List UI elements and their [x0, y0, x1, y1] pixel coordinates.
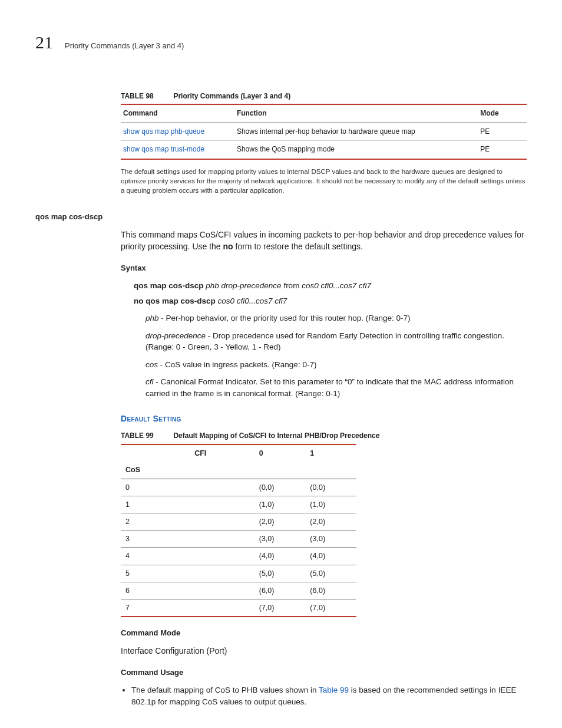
page-header: 21 Priority Commands (Layer 3 and 4) — [35, 29, 527, 55]
syntax-line-2: no qos map cos-dscp cos0 cfi0...cos7 cfi… — [134, 295, 527, 307]
section-description: This command maps CoS/CFI values in inco… — [121, 229, 527, 253]
command-usage-list: The default mapping of CoS to PHB values… — [121, 684, 527, 707]
hdr-c0: 0 — [254, 444, 306, 462]
command-mode-heading: Command Mode — [121, 628, 527, 639]
command-usage-heading: Command Usage — [121, 667, 527, 678]
table-row: 1(1,0)(1,0) — [121, 496, 356, 513]
usage-bullet: The default mapping of CoS to PHB values… — [131, 684, 527, 707]
hdr-cos: CoS — [121, 462, 171, 479]
table-row: 5(5,0)(5,0) — [121, 565, 356, 582]
hdr-c1: 1 — [305, 444, 356, 462]
default-note: The default settings used for mapping pr… — [121, 167, 527, 195]
chapter-title: Priority Commands (Layer 3 and 4) — [65, 41, 184, 52]
table99-label: TABLE 99 — [121, 431, 154, 440]
table-row: show qos map phb-queue Shows internal pe… — [121, 123, 527, 140]
param-cfi: cfi - Canonical Format Indicator. Set to… — [146, 376, 527, 399]
th-command: Command — [121, 104, 234, 123]
table99-caption: TABLE 99 Default Mapping of CoS/CFI to I… — [121, 430, 527, 442]
th-function: Function — [234, 104, 478, 123]
table-row: 3(3,0)(3,0) — [121, 531, 356, 548]
param-drop-precedence: drop-precedence - Drop precedence used f… — [146, 330, 527, 353]
table98-label: TABLE 98 — [121, 92, 154, 100]
cmd-link[interactable]: show qos map phb-queue — [123, 127, 204, 136]
default-setting-heading: Default Setting — [121, 413, 527, 424]
table-row: 2(2,0)(2,0) — [121, 513, 356, 531]
syntax-line-1: qos map cos-dscp phb drop-precedence fro… — [134, 280, 527, 292]
table98-caption: TABLE 98 Priority Commands (Layer 3 and … — [121, 91, 527, 102]
table99-title: Default Mapping of CoS/CFI to Internal P… — [173, 431, 379, 440]
table98: Command Function Mode show qos map phb-q… — [121, 104, 527, 159]
cmd-func: Shows internal per-hop behavior to hardw… — [234, 123, 478, 140]
table-row: 0(0,0)(0,0) — [121, 479, 356, 496]
command-mode-text: Interface Configuration (Port) — [121, 645, 527, 657]
chapter-number: 21 — [35, 29, 53, 55]
cmd-link[interactable]: show qos map trust-mode — [123, 145, 204, 153]
table99-link[interactable]: Table 99 — [319, 686, 349, 694]
section-heading-qos-map-cos-dscp: qos map cos-dscp — [35, 212, 527, 223]
table99: CFI 0 1 CoS 0(0,0)(0,0)1(1,0)(1,0)2(2,0)… — [121, 444, 356, 617]
cmd-mode: PE — [478, 141, 527, 159]
cmd-func: Shows the QoS mapping mode — [234, 141, 478, 159]
cmd-mode: PE — [478, 123, 527, 140]
param-phb: phb - Per-hop behavior, or the priority … — [146, 312, 527, 324]
content-area: TABLE 98 Priority Commands (Layer 3 and … — [121, 91, 527, 195]
table-row: show qos map trust-mode Shows the QoS ma… — [121, 141, 527, 159]
table-row: 6(6,0)(6,0) — [121, 582, 356, 599]
table-row: 4(4,0)(4,0) — [121, 548, 356, 565]
syntax-heading: Syntax — [121, 263, 527, 274]
hdr-cfi: CFI — [171, 444, 254, 462]
table-row: 7(7,0)(7,0) — [121, 599, 356, 617]
param-cos: cos - CoS value in ingress packets. (Ran… — [146, 359, 527, 371]
table98-title: Priority Commands (Layer 3 and 4) — [173, 92, 290, 100]
th-mode: Mode — [478, 104, 527, 123]
